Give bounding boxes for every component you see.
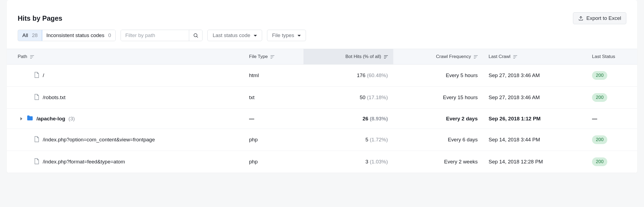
segment-inconsistent[interactable]: Inconsistent status codes 0 [42,30,115,41]
status-badge: 200 [592,93,607,102]
status-badge: 200 [592,157,607,166]
cell-filetype: txt [244,87,303,109]
path-text: /index.php?option=com_content&view=front… [43,137,155,143]
col-label: Bot Hits (% of all) [345,54,381,59]
col-header-filetype[interactable]: File Type [244,49,303,65]
upload-icon [578,16,584,21]
segment-label: All [22,32,28,38]
col-label: Path [18,54,27,59]
path-search [121,30,203,41]
segment-count: 28 [32,32,38,38]
dropdown-label: File types [272,32,294,38]
cell-last-crawl: Sep 26, 2018 1:12 PM [483,109,587,129]
segment-count: 0 [108,32,111,38]
col-header-freq[interactable]: Crawl Frequency [393,49,483,65]
cell-last-crawl: Sep 27, 2018 3:46 AM [483,87,587,109]
col-label: Crawl Frequency [436,54,471,59]
status-badge: 200 [592,135,607,144]
export-label: Export to Excel [586,15,621,21]
col-header-path[interactable]: Path [7,49,244,65]
col-label: Last Crawl [489,54,510,59]
chevron-right-icon[interactable] [20,117,22,120]
segment-label: Inconsistent status codes [46,32,104,38]
cell-status: 200 [587,129,637,151]
path-text: /robots.txt [43,95,65,101]
file-icon [34,94,39,102]
chevron-down-icon [298,35,301,36]
cell-last-crawl: Sep 14, 2018 12:28 PM [483,151,587,173]
cell-frequency: Every 2 days [393,109,483,129]
file-icon [34,72,39,80]
cell-frequency: Every 15 hours [393,87,483,109]
sort-icon [384,55,388,59]
sort-icon [513,55,517,59]
table-row[interactable]: /index.php?format=feed&type=atomphp3 (1.… [7,151,637,173]
cell-status: 200 [587,65,637,87]
folder-icon [27,115,33,122]
cell-frequency: Every 5 hours [393,65,483,87]
cell-status: 200 [587,87,637,109]
table-row[interactable]: /html176 (60.48%)Every 5 hoursSep 27, 20… [7,65,637,87]
filter-segments: All 28 Inconsistent status codes 0 [18,30,116,41]
file-icon [34,158,39,166]
table-row[interactable]: /apache-log (3)—26 (8.93%)Every 2 daysSe… [7,109,637,129]
col-header-hits[interactable]: Bot Hits (% of all) [303,49,393,65]
sort-icon [271,55,274,59]
svg-line-2 [197,36,198,38]
path-search-input[interactable] [121,30,189,41]
cell-frequency: Every 6 days [393,129,483,151]
pages-table: Path File Type Bot Hits (% of all) [7,49,637,173]
path-text: /index.php?format=feed&type=atom [43,159,125,165]
cell-filetype: — [244,109,303,129]
cell-frequency: Every 2 weeks [393,151,483,173]
export-button[interactable]: Export to Excel [573,12,626,24]
cell-hits: 3 (1.03%) [303,151,393,173]
segment-all[interactable]: All 28 [18,30,42,41]
cell-last-crawl: Sep 27, 2018 3:46 AM [483,65,587,87]
svg-point-1 [194,34,197,37]
cell-hits: 176 (60.48%) [303,65,393,87]
file-icon [34,136,39,144]
cell-hits: 26 (8.93%) [303,109,393,129]
path-text: / [43,72,44,78]
sort-icon [30,55,34,59]
status-filter-dropdown[interactable]: Last status code [207,30,262,41]
sort-icon [474,55,478,59]
path-text: /apache-log [36,116,65,122]
hits-by-pages-panel: Hits by Pages Export to Excel All 28 Inc… [7,0,637,173]
col-header-crawl[interactable]: Last Crawl [483,49,587,65]
search-icon [193,33,198,38]
group-count: (3) [69,116,75,122]
cell-hits: 5 (1.72%) [303,129,393,151]
cell-status: 200 [587,151,637,173]
panel-header: Hits by Pages Export to Excel [7,0,637,30]
col-label: File Type [249,54,268,59]
filter-bar: All 28 Inconsistent status codes 0 Last … [7,30,637,49]
filetype-filter-dropdown[interactable]: File types [267,30,306,41]
dropdown-label: Last status code [213,32,250,38]
cell-hits: 50 (17.18%) [303,87,393,109]
table-row[interactable]: /robots.txttxt50 (17.18%)Every 15 hoursS… [7,87,637,109]
cell-filetype: php [244,129,303,151]
path-search-button[interactable] [189,30,202,41]
cell-filetype: php [244,151,303,173]
cell-last-crawl: Sep 14, 2018 3:44 PM [483,129,587,151]
table-row[interactable]: /index.php?option=com_content&view=front… [7,129,637,151]
cell-filetype: html [244,65,303,87]
col-label: Last Status [592,54,615,59]
status-badge: 200 [592,71,607,80]
cell-status: — [587,109,637,129]
panel-title: Hits by Pages [18,14,62,22]
chevron-down-icon [254,35,257,36]
col-header-status[interactable]: Last Status [587,49,637,65]
